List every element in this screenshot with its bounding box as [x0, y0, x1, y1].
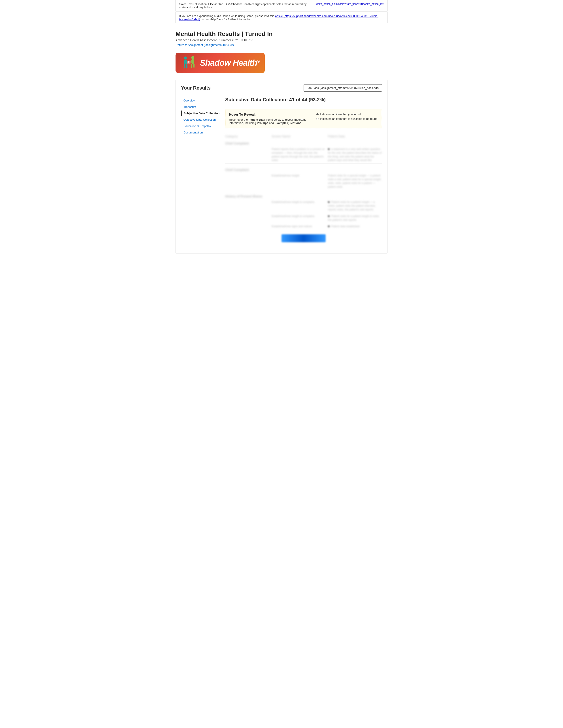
hover-reveal-body: Hover over the Patient Data items below …	[229, 118, 311, 125]
svg-rect-5	[184, 60, 187, 64]
hover-reveal-text: Hover To Reveal... Hover over the Patien…	[229, 113, 311, 125]
hover-reveal-title: Hover To Reveal...	[229, 113, 311, 116]
sidebar-item-overview[interactable]: Overview	[181, 98, 221, 103]
category-label-1: Chief Complaint	[225, 140, 382, 146]
sidebar-item-subjective[interactable]: Subjective Data Collection	[181, 111, 221, 116]
hover-reveal-legend: Indicates an item that you found. Indica…	[317, 113, 378, 125]
svg-rect-6	[184, 64, 185, 68]
sidebar-item-education[interactable]: Education & Empathy	[181, 123, 221, 129]
svg-point-0	[191, 56, 194, 59]
hover-reveal-area: Hover To Reveal... Hover over the Patien…	[225, 109, 382, 128]
row4-col2: Established/new insight & complains	[271, 214, 326, 218]
col-header-screen-name: Screen Name	[271, 135, 326, 138]
col-header-patient-data: Patient Data	[328, 135, 382, 138]
results-header: Your Results Lab Pass (/assignment_attem…	[181, 84, 382, 92]
row2-col3: Patient visits for a special insight — a…	[328, 174, 382, 189]
svg-point-4	[184, 56, 187, 60]
table-row: Established/new signs and notices Patien…	[225, 223, 382, 230]
category-label-3: History of Present Illness	[225, 193, 382, 199]
status-dot-filled	[328, 148, 330, 150]
notification-bar-2: If you are are experiencing audio issues…	[175, 12, 388, 23]
page-subtitle: Advanced Health Assessment - Summer 2021…	[175, 38, 388, 42]
row5-col3: Patient data established	[328, 225, 382, 228]
table-row: Patient reports that a problem is a conc…	[225, 146, 382, 164]
row1-col2: Patient reports that a problem is a conc…	[271, 147, 326, 162]
row3-col2: Established/new insight & complains	[271, 200, 326, 204]
legend-item-found: Indicates an item that you found.	[317, 113, 378, 116]
row5-col2: Established/new signs and notices	[271, 225, 326, 228]
notification-bar-1: Sales Tax Notification: Elsevier Inc. DB…	[175, 0, 388, 11]
page-title: Mental Health Results | Turned In	[175, 30, 388, 38]
results-container: Your Results Lab Pass (/assignment_attem…	[175, 80, 388, 253]
data-table: Chief Complaint Patient reports that a p…	[225, 140, 382, 230]
notification-text-2b: on our Help Desk for further information…	[200, 18, 252, 21]
svg-rect-3	[193, 64, 194, 68]
table-row: Established/new insight & complains Pati…	[225, 213, 382, 223]
sidebar-item-objective[interactable]: Objective Data Collection	[181, 117, 221, 122]
status-dot-filled2	[328, 201, 330, 203]
lab-pass-button[interactable]: Lab Pass (/assignment_attempts/9908788/l…	[304, 84, 382, 92]
col-header-category: Category	[225, 135, 269, 138]
legend-found-text: Indicates an item that you found.	[320, 113, 362, 116]
table-header-row: Category Screen Name Patient Data	[225, 134, 382, 139]
sidebar-nav: Overview Transcript Subjective Data Coll…	[181, 97, 221, 244]
svg-rect-1	[191, 59, 194, 64]
sidebar-item-documentation[interactable]: Documentation	[181, 130, 221, 135]
legend-item-available: Indicates an item that is available to b…	[317, 117, 378, 120]
table-row: Established/new insight Patient visits f…	[225, 173, 382, 190]
blurred-image-row	[225, 230, 382, 244]
row1-col3: a statement is a very well written quest…	[328, 147, 382, 162]
svg-rect-7	[186, 64, 187, 68]
row2-col2: Established/new insight	[271, 174, 326, 178]
table-row: Established/new insight & complains Pati…	[225, 199, 382, 213]
status-dot-filled4	[328, 225, 330, 227]
logo-text: Shadow Health®	[200, 58, 259, 68]
logo-icon-group	[181, 56, 197, 70]
logo-area: Shadow Health®	[175, 48, 388, 80]
status-dot-filled3	[328, 215, 330, 217]
svg-rect-2	[191, 64, 192, 68]
shadow-health-logo: Shadow Health®	[175, 53, 265, 73]
logo-svg-icon	[181, 56, 197, 70]
legend-dot-empty-icon	[317, 118, 319, 120]
row4-col3: Patient visits for a patient insight & n…	[328, 214, 382, 222]
return-to-assignment-link[interactable]: Return to Assignment (/assignments/48649…	[175, 43, 234, 47]
section-heading: Subjective Data Collection: 41 of 44 (93…	[225, 97, 382, 105]
legend-dot-filled-icon	[317, 113, 319, 115]
main-content: Subjective Data Collection: 41 of 44 (93…	[221, 97, 382, 244]
category-label-2: Chief Complaint	[225, 166, 382, 173]
sidebar-item-transcript[interactable]: Transcript	[181, 104, 221, 110]
notification-link-1[interactable]: (/site_notice_dismissals?from_flash=true…	[317, 2, 384, 6]
legend-available-text: Indicates an item that is available to b…	[320, 117, 378, 120]
notification-text-2a: If you are are experiencing audio issues…	[179, 14, 275, 18]
row3-col3: Patient visits for a patient insight — a…	[328, 200, 382, 211]
blurred-image-placeholder	[282, 234, 326, 242]
results-section-title: Your Results	[181, 85, 211, 91]
page-header: Mental Health Results | Turned In Advanc…	[175, 27, 388, 48]
notification-text-1: Sales Tax Notification: Elsevier Inc. DB…	[179, 2, 312, 9]
results-body: Overview Transcript Subjective Data Coll…	[181, 97, 382, 244]
